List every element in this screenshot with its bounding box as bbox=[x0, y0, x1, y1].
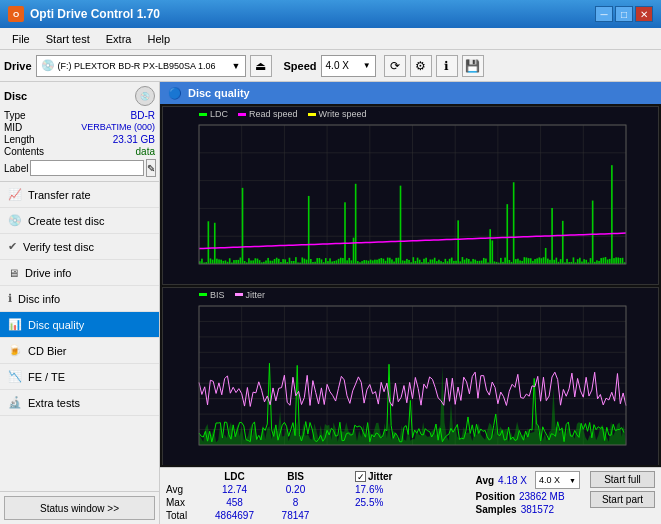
drive-select-container[interactable]: 💿 (F:) PLEXTOR BD-R PX-LB950SA 1.06 ▼ bbox=[36, 55, 246, 77]
jitter-checkbox-row: ✓ Jitter bbox=[355, 471, 410, 482]
read-speed-legend-color bbox=[238, 113, 246, 116]
transfer-rate-icon: 📈 bbox=[8, 188, 22, 201]
drive-label: Drive bbox=[4, 60, 32, 72]
disc-mid-row: MID VERBATIMe (000) bbox=[4, 122, 155, 133]
speed-row: Avg 4.18 X 4.0 X ▼ bbox=[476, 471, 580, 489]
app-title: Opti Drive Control 1.70 bbox=[30, 7, 160, 21]
sidebar: Disc 💿 Type BD-R MID VERBATIMe (000) Len… bbox=[0, 82, 160, 524]
verify-disc-icon: ✔ bbox=[8, 240, 17, 253]
menu-start-test[interactable]: Start test bbox=[38, 31, 98, 47]
ldc-legend: LDC bbox=[199, 109, 228, 119]
disc-quality-header: 🔵 Disc quality bbox=[160, 82, 661, 104]
write-speed-legend: Write speed bbox=[308, 109, 367, 119]
disc-length-row: Length 23.31 GB bbox=[4, 134, 155, 145]
stats-max-row: Max 458 8 25.5% bbox=[166, 497, 470, 508]
disc-info-icon: ℹ bbox=[8, 292, 12, 305]
bis-legend-color bbox=[199, 293, 207, 296]
extra-tests-icon: 🔬 bbox=[8, 396, 22, 409]
ldc-legend-color bbox=[199, 113, 207, 116]
main-layout: Disc 💿 Type BD-R MID VERBATIMe (000) Len… bbox=[0, 82, 661, 524]
charts-area: LDC Read speed Write speed 500 400 300 bbox=[160, 104, 661, 467]
jitter-legend-color bbox=[235, 293, 243, 296]
stats-total-row: Total 4864697 78147 bbox=[166, 510, 470, 521]
chart1-canvas bbox=[163, 107, 658, 284]
start-part-button[interactable]: Start part bbox=[590, 491, 655, 508]
stats-panel: LDC BIS ✓ Jitter Avg 12.74 0.20 17.6% bbox=[160, 467, 661, 524]
samples-row: Samples 381572 bbox=[476, 504, 580, 515]
menu-help[interactable]: Help bbox=[139, 31, 178, 47]
disc-label-input[interactable] bbox=[30, 160, 144, 176]
content-area: 🔵 Disc quality LDC Read speed bbox=[160, 82, 661, 524]
chart1-legend: LDC Read speed Write speed bbox=[199, 109, 366, 119]
status-window-button[interactable]: Status window >> bbox=[4, 496, 155, 520]
refresh-button[interactable]: ⟳ bbox=[384, 55, 406, 77]
stats-avg-row: Avg 12.74 0.20 17.6% bbox=[166, 484, 470, 495]
chart2-legend: BIS Jitter bbox=[199, 290, 265, 300]
fe-te-icon: 📉 bbox=[8, 370, 22, 383]
nav-verify-test-disc[interactable]: ✔ Verify test disc bbox=[0, 234, 159, 260]
drive-info-icon: 🖥 bbox=[8, 267, 19, 279]
disc-icon: 💿 bbox=[135, 86, 155, 106]
chart-bis: BIS Jitter 10 9 8 7 6 5 4 3 bbox=[162, 287, 659, 466]
app-icon: O bbox=[8, 6, 24, 22]
save-button[interactable]: 💾 bbox=[462, 55, 484, 77]
settings-button[interactable]: ⚙ bbox=[410, 55, 432, 77]
label-edit-button[interactable]: ✎ bbox=[146, 159, 156, 177]
disc-panel: Disc 💿 Type BD-R MID VERBATIMe (000) Len… bbox=[0, 82, 159, 182]
read-speed-legend: Read speed bbox=[238, 109, 298, 119]
nav-cd-bier[interactable]: 🍺 CD Bier bbox=[0, 338, 159, 364]
nav-extra-tests[interactable]: 🔬 Extra tests bbox=[0, 390, 159, 416]
sidebar-bottom: Status window >> bbox=[0, 491, 159, 524]
speed-info-panel: Avg 4.18 X 4.0 X ▼ Position 23862 MB Sam… bbox=[476, 471, 580, 515]
write-speed-legend-color bbox=[308, 113, 316, 116]
drive-value: (F:) PLEXTOR BD-R PX-LB950SA 1.06 bbox=[58, 61, 229, 71]
speed-label: Speed bbox=[284, 60, 317, 72]
disc-contents-row: Contents data bbox=[4, 146, 155, 157]
position-row: Position 23862 MB bbox=[476, 491, 580, 502]
stats-header-row: LDC BIS ✓ Jitter bbox=[166, 471, 470, 482]
menu-extra[interactable]: Extra bbox=[98, 31, 140, 47]
nav-create-test-disc[interactable]: 💿 Create test disc bbox=[0, 208, 159, 234]
menu-bar: File Start test Extra Help bbox=[0, 28, 661, 50]
start-full-button[interactable]: Start full bbox=[590, 471, 655, 488]
nav-transfer-rate[interactable]: 📈 Transfer rate bbox=[0, 182, 159, 208]
close-button[interactable]: ✕ bbox=[635, 6, 653, 22]
jitter-checkbox[interactable]: ✓ bbox=[355, 471, 366, 482]
stats-grid-container: LDC BIS ✓ Jitter Avg 12.74 0.20 17.6% bbox=[166, 471, 470, 521]
eject-button[interactable]: ⏏ bbox=[250, 55, 272, 77]
chart-ldc: LDC Read speed Write speed 500 400 300 bbox=[162, 106, 659, 285]
speed-select-dropdown[interactable]: 4.0 X ▼ bbox=[535, 471, 580, 489]
disc-label-row: Label ✎ bbox=[4, 159, 155, 177]
chart2-canvas bbox=[163, 288, 658, 465]
jitter-legend: Jitter bbox=[235, 290, 266, 300]
window-controls: ─ □ ✕ bbox=[595, 6, 653, 22]
cd-bier-icon: 🍺 bbox=[8, 344, 22, 357]
start-buttons: Start full Start part bbox=[590, 471, 655, 508]
disc-title: Disc bbox=[4, 90, 27, 102]
disc-quality-icon-header: 🔵 bbox=[168, 87, 182, 100]
nav-disc-quality[interactable]: 📊 Disc quality bbox=[0, 312, 159, 338]
disc-quality-title: Disc quality bbox=[188, 87, 250, 99]
nav-fe-te[interactable]: 📉 FE / TE bbox=[0, 364, 159, 390]
disc-quality-icon: 📊 bbox=[8, 318, 22, 331]
toolbar: Drive 💿 (F:) PLEXTOR BD-R PX-LB950SA 1.0… bbox=[0, 50, 661, 82]
nav-drive-info[interactable]: 🖥 Drive info bbox=[0, 260, 159, 286]
info-button[interactable]: ℹ bbox=[436, 55, 458, 77]
create-disc-icon: 💿 bbox=[8, 214, 22, 227]
bis-legend: BIS bbox=[199, 290, 225, 300]
title-bar: O Opti Drive Control 1.70 ─ □ ✕ bbox=[0, 0, 661, 28]
maximize-button[interactable]: □ bbox=[615, 6, 633, 22]
disc-type-row: Type BD-R bbox=[4, 110, 155, 121]
nav-disc-info[interactable]: ℹ Disc info bbox=[0, 286, 159, 312]
menu-file[interactable]: File bbox=[4, 31, 38, 47]
speed-select[interactable]: 4.0 X ▼ bbox=[321, 55, 376, 77]
minimize-button[interactable]: ─ bbox=[595, 6, 613, 22]
